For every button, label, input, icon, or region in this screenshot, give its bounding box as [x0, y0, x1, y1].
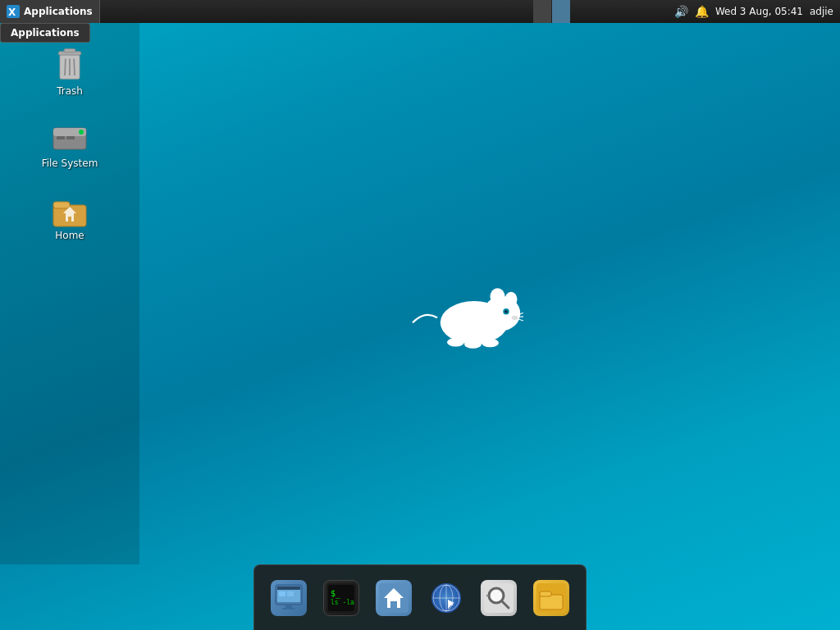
dock-browser[interactable] [422, 573, 471, 623]
window-btn-1[interactable] [533, 0, 551, 23]
trash-label: Trash [57, 85, 83, 97]
svg-point-55 [491, 590, 502, 601]
top-panel: X Applications 🔊 🔔 Wed 3 Aug, 05:41 adji… [0, 0, 840, 23]
svg-rect-35 [282, 608, 295, 609]
search-dock-icon [481, 580, 517, 616]
dock-filemanager[interactable] [264, 573, 313, 623]
volume-icon[interactable]: 🔊 [674, 5, 688, 18]
svg-rect-3 [64, 48, 75, 52]
svg-rect-34 [285, 605, 292, 608]
svg-rect-37 [287, 591, 294, 596]
svg-rect-33 [277, 587, 300, 590]
svg-text:$_: $_ [331, 589, 341, 599]
panel-right: 🔊 🔔 Wed 3 Aug, 05:41 adjie [668, 0, 840, 23]
bottom-dock: $_ ls -la [253, 564, 587, 630]
home-icon-button[interactable]: Home [25, 184, 115, 248]
svg-line-7 [74, 58, 75, 75]
svg-point-23 [504, 310, 508, 313]
datetime-display: Wed 3 Aug, 05:41 [715, 6, 803, 17]
applications-label: Applications [24, 6, 93, 17]
window-btn-2[interactable] [552, 0, 570, 23]
filesystem-icon-button[interactable]: File System [25, 112, 115, 176]
filemanager-icon [271, 580, 307, 616]
svg-point-12 [79, 130, 84, 135]
svg-rect-58 [540, 595, 563, 609]
home-desktop-icon [50, 190, 89, 230]
dock-search[interactable] [474, 573, 523, 623]
xfce-logo-icon: X [7, 5, 20, 18]
home-label: Home [55, 230, 84, 241]
applications-tooltip: Applications [0, 23, 90, 43]
desktop-icon-area: Trash File System Home [0, 23, 139, 564]
mouse-mascot [400, 272, 523, 358]
svg-point-24 [512, 316, 518, 320]
username-display: adjie [810, 6, 833, 17]
applications-menu-button[interactable]: X Applications [0, 0, 100, 23]
svg-line-5 [65, 58, 66, 75]
svg-rect-17 [68, 217, 71, 221]
dock-files[interactable] [527, 573, 576, 623]
svg-point-29 [464, 340, 482, 349]
svg-point-30 [482, 339, 499, 348]
browser-icon [428, 580, 464, 616]
files-dock-icon [533, 580, 569, 616]
svg-point-21 [505, 292, 518, 307]
svg-rect-10 [57, 136, 65, 139]
xfce-mouse-logo [400, 272, 523, 354]
trash-icon-button[interactable]: Trash [25, 39, 115, 103]
filesystem-icon [50, 118, 89, 158]
dock-terminal[interactable]: $_ ls -la [317, 573, 366, 623]
svg-line-26 [518, 317, 523, 317]
svg-rect-59 [540, 591, 551, 596]
svg-rect-14 [53, 202, 70, 208]
terminal-icon: $_ ls -la [323, 580, 359, 616]
trash-icon [50, 46, 89, 85]
svg-rect-11 [66, 136, 75, 139]
svg-point-28 [447, 338, 464, 347]
svg-text:X: X [8, 7, 16, 18]
filesystem-label: File System [42, 158, 98, 169]
svg-point-20 [491, 288, 505, 305]
dock-home[interactable] [369, 573, 418, 623]
panel-left: X Applications [0, 0, 100, 23]
notification-icon[interactable]: 🔔 [695, 5, 709, 18]
svg-rect-36 [279, 591, 285, 596]
home-dock-icon [376, 580, 412, 616]
svg-text:ls -la: ls -la [331, 599, 354, 606]
svg-rect-45 [390, 601, 397, 608]
window-button-area [533, 0, 570, 23]
